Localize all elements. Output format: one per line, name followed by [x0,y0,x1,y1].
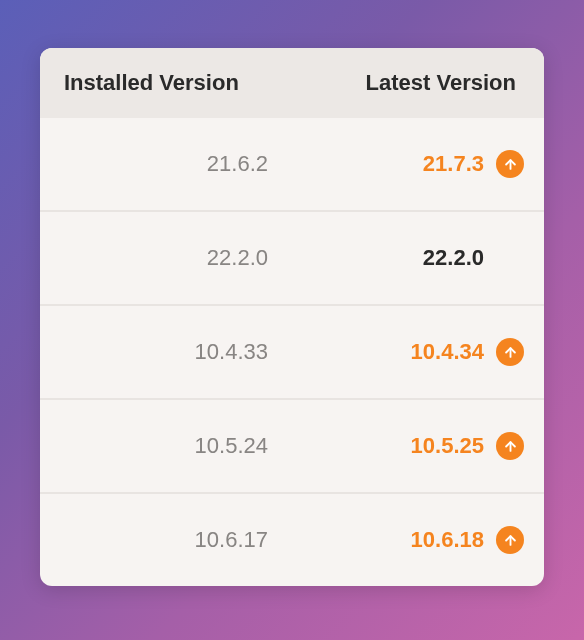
table-header: Installed Version Latest Version [40,48,544,118]
installed-version: 22.2.0 [40,245,296,271]
latest-version: 10.5.25 [411,433,484,459]
installed-version: 10.6.17 [40,527,296,553]
latest-version: 10.4.34 [411,339,484,365]
table-row: 10.4.3310.4.34 [40,304,544,398]
version-table: Installed Version Latest Version 21.6.22… [40,48,544,586]
header-latest: Latest Version [290,70,544,96]
installed-version: 10.4.33 [40,339,296,365]
arrow-up-icon[interactable] [496,338,524,366]
installed-version: 21.6.2 [40,151,296,177]
table-row: 21.6.221.7.3 [40,118,544,210]
installed-version: 10.5.24 [40,433,296,459]
latest-version: 10.6.18 [411,527,484,553]
table-row: 10.6.1710.6.18 [40,492,544,586]
arrow-up-icon[interactable] [496,150,524,178]
latest-version: 22.2.0 [423,245,484,271]
icon-spacer [496,244,524,272]
latest-version-cell: 21.7.3 [296,150,544,178]
table-row: 10.5.2410.5.25 [40,398,544,492]
arrow-up-icon[interactable] [496,432,524,460]
table-body: 21.6.221.7.322.2.022.2.010.4.3310.4.3410… [40,118,544,586]
table-row: 22.2.022.2.0 [40,210,544,304]
latest-version-cell: 22.2.0 [296,244,544,272]
latest-version-cell: 10.5.25 [296,432,544,460]
latest-version: 21.7.3 [423,151,484,177]
arrow-up-icon[interactable] [496,526,524,554]
latest-version-cell: 10.4.34 [296,338,544,366]
latest-version-cell: 10.6.18 [296,526,544,554]
header-installed: Installed Version [40,70,290,96]
